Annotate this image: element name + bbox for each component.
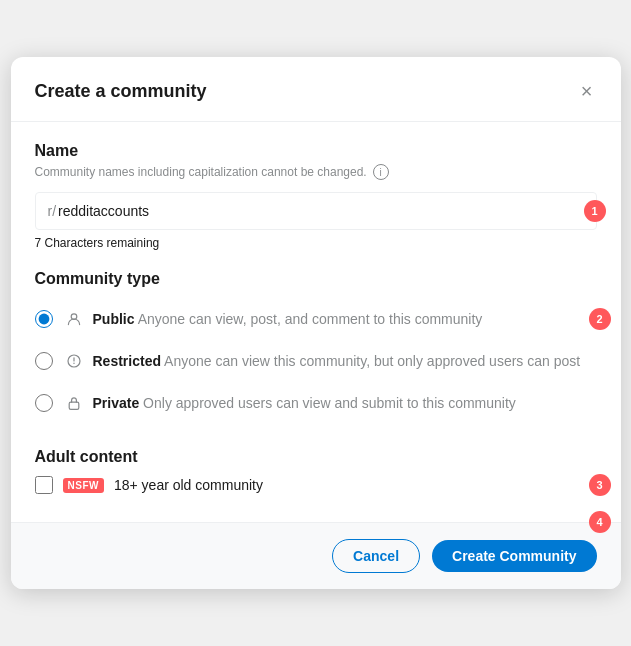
step-badge-2: 2 [589, 308, 611, 330]
radio-restricted[interactable] [35, 352, 53, 370]
nsfw-badge: NSFW [63, 478, 104, 493]
radio-option-private[interactable]: Private Only approved users can view and… [35, 382, 597, 424]
private-icon [63, 392, 85, 414]
nsfw-checkbox[interactable] [35, 476, 53, 494]
name-section-title: Name [35, 142, 597, 160]
step-badge-4: 4 [589, 511, 611, 533]
nsfw-row: NSFW 18+ year old community 3 [35, 476, 597, 494]
step-badge-1: 1 [584, 200, 606, 222]
community-type-section: Community type Public Anyone can view, p… [35, 270, 597, 424]
restricted-icon [63, 350, 85, 372]
public-label: Public Anyone can view, post, and commen… [93, 311, 483, 327]
name-section: Name Community names including capitaliz… [35, 142, 597, 250]
svg-rect-2 [69, 402, 79, 409]
create-community-button[interactable]: Create Community [432, 540, 596, 572]
chars-remaining: 7 Characters remaining [35, 236, 597, 250]
name-input-wrapper: r/ 1 [35, 192, 597, 230]
adult-content-title: Adult content [35, 448, 597, 466]
radio-public[interactable] [35, 310, 53, 328]
radio-option-public[interactable]: Public Anyone can view, post, and commen… [35, 298, 597, 340]
modal-footer: 4 Cancel Create Community [11, 522, 621, 589]
community-name-input[interactable] [58, 203, 583, 219]
step-badge-3: 3 [589, 474, 611, 496]
radio-private[interactable] [35, 394, 53, 412]
public-icon [63, 308, 85, 330]
info-icon[interactable]: i [373, 164, 389, 180]
close-button[interactable]: × [577, 77, 597, 105]
adult-content-section: Adult content NSFW 18+ year old communit… [35, 448, 597, 494]
nsfw-label: 18+ year old community [114, 477, 263, 493]
radio-option-restricted[interactable]: Restricted Anyone can view this communit… [35, 340, 597, 382]
modal-body: Name Community names including capitaliz… [11, 122, 621, 522]
community-type-title: Community type [35, 270, 597, 288]
modal-title: Create a community [35, 81, 207, 102]
name-section-subtitle: Community names including capitalization… [35, 164, 597, 180]
private-label: Private Only approved users can view and… [93, 395, 516, 411]
restricted-label: Restricted Anyone can view this communit… [93, 353, 581, 369]
name-prefix: r/ [48, 203, 57, 219]
modal-header: Create a community × [11, 57, 621, 122]
create-community-modal: Create a community × Name Community name… [11, 57, 621, 589]
cancel-button[interactable]: Cancel [332, 539, 420, 573]
